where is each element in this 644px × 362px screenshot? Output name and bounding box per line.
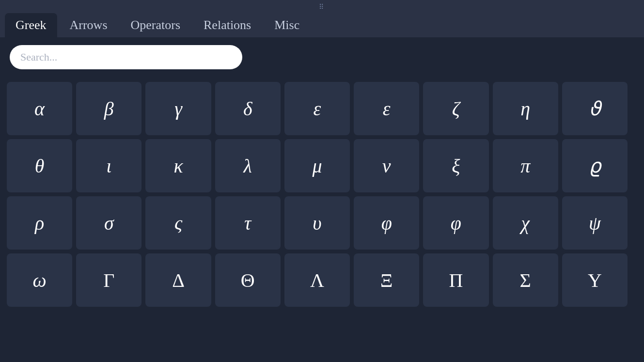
symbol-btn-nu[interactable]: ν bbox=[354, 139, 419, 192]
search-bar bbox=[0, 37, 644, 77]
symbol-btn-Upsilon[interactable]: Υ bbox=[562, 253, 628, 307]
symbols-area: αβγδεεζηϑθικλμνξπϱρσςτυφφχψωΓΔΘΛΞΠΣΥ bbox=[0, 77, 644, 362]
symbol-btn-epsilon[interactable]: ε bbox=[354, 82, 419, 135]
symbol-btn-kappa[interactable]: κ bbox=[145, 139, 211, 192]
drag-dots-icon: ⠿ bbox=[319, 3, 325, 11]
symbol-btn-upsilon[interactable]: υ bbox=[284, 196, 350, 250]
symbol-btn-alpha[interactable]: α bbox=[7, 82, 72, 135]
symbol-btn-chi[interactable]: χ bbox=[493, 196, 558, 250]
tab-greek[interactable]: Greek bbox=[5, 13, 57, 37]
symbol-btn-rho[interactable]: ρ bbox=[7, 196, 72, 250]
symbol-btn-theta[interactable]: θ bbox=[7, 139, 72, 192]
symbol-btn-omega[interactable]: ω bbox=[7, 253, 72, 307]
tab-relations[interactable]: Relations bbox=[193, 13, 262, 37]
symbol-btn-Xi[interactable]: Ξ bbox=[354, 253, 419, 307]
symbol-btn-iota[interactable]: ι bbox=[76, 139, 141, 192]
symbol-btn-lambda[interactable]: λ bbox=[215, 139, 281, 192]
tab-misc[interactable]: Misc bbox=[264, 13, 310, 37]
tab-arrows[interactable]: Arrows bbox=[59, 13, 118, 37]
symbol-btn-Lambda[interactable]: Λ bbox=[284, 253, 350, 307]
symbol-btn-varphi[interactable]: φ bbox=[423, 196, 488, 250]
symbol-btn-Gamma[interactable]: Γ bbox=[76, 253, 141, 307]
tab-bar: GreekArrowsOperatorsRelationsMisc bbox=[0, 13, 644, 37]
symbol-btn-phi[interactable]: φ bbox=[354, 196, 419, 250]
symbols-grid: αβγδεεζηϑθικλμνξπϱρσςτυφφχψωΓΔΘΛΞΠΣΥ bbox=[7, 82, 628, 307]
search-input[interactable] bbox=[10, 45, 242, 69]
symbol-btn-delta[interactable]: δ bbox=[215, 82, 281, 135]
symbol-btn-Delta[interactable]: Δ bbox=[145, 253, 211, 307]
symbol-btn-tau[interactable]: τ bbox=[215, 196, 281, 250]
drag-handle[interactable]: ⠿ bbox=[0, 0, 644, 13]
symbol-btn-zeta[interactable]: ζ bbox=[423, 82, 488, 135]
symbol-btn-xi[interactable]: ξ bbox=[423, 139, 488, 192]
symbol-btn-Pi[interactable]: Π bbox=[423, 253, 488, 307]
symbol-btn-vartheta[interactable]: ϑ bbox=[562, 82, 628, 135]
symbol-btn-varrho[interactable]: ϱ bbox=[562, 139, 628, 192]
symbol-btn-sigma[interactable]: σ bbox=[76, 196, 141, 250]
symbol-btn-gamma[interactable]: γ bbox=[145, 82, 211, 135]
symbol-btn-varepsilon[interactable]: ε bbox=[284, 82, 350, 135]
symbol-btn-beta[interactable]: β bbox=[76, 82, 141, 135]
symbol-btn-pi[interactable]: π bbox=[493, 139, 558, 192]
symbol-btn-Theta[interactable]: Θ bbox=[215, 253, 281, 307]
symbol-btn-Sigma[interactable]: Σ bbox=[493, 253, 558, 307]
symbol-btn-psi[interactable]: ψ bbox=[562, 196, 628, 250]
symbol-btn-mu[interactable]: μ bbox=[284, 139, 350, 192]
symbol-btn-eta[interactable]: η bbox=[493, 82, 558, 135]
tab-operators[interactable]: Operators bbox=[120, 13, 191, 37]
symbol-btn-varsigma[interactable]: ς bbox=[145, 196, 211, 250]
